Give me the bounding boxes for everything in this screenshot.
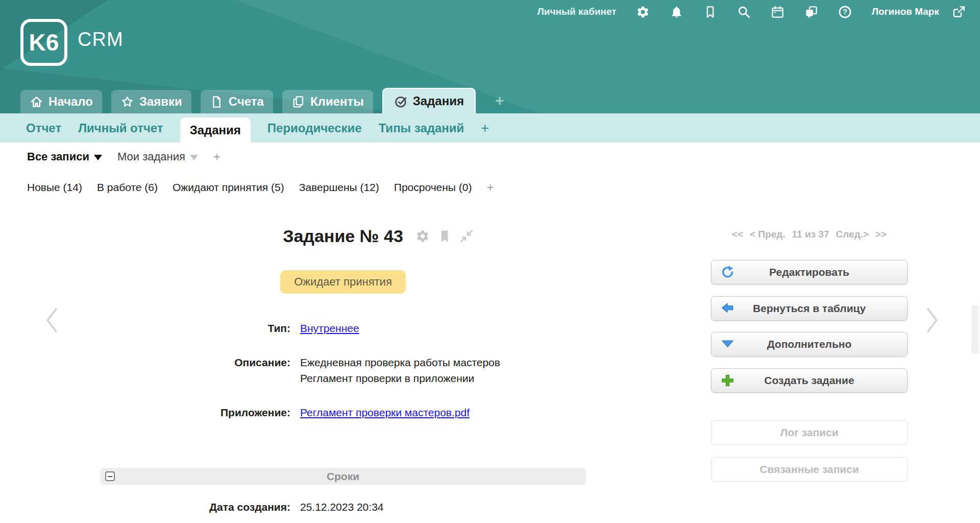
tab-label: Счета [229, 94, 264, 109]
calendar-icon[interactable] [771, 5, 785, 19]
tab-clients[interactable]: Клиенты [282, 90, 373, 113]
page-title: Задание № 43 [100, 226, 586, 246]
more-actions-button[interactable]: Дополнительно [711, 332, 908, 356]
copy-icon [291, 95, 305, 109]
next-record-chevron[interactable] [925, 306, 940, 336]
description-line: Регламент проверки в приложении [300, 370, 500, 386]
tab-tasks[interactable]: Задания [382, 88, 476, 113]
file-icon [210, 95, 224, 109]
add-view-button[interactable]: + [213, 150, 220, 164]
record-sidebar: << < Пред. 11 из 37 След.> >> Редактиров… [711, 229, 908, 500]
status-filter-awaiting[interactable]: Ожидают принятия (5) [173, 181, 284, 194]
status-badge-row: Ожидает принятия [100, 270, 586, 294]
field-label: Дата создания: [100, 499, 290, 515]
export-icon[interactable] [951, 5, 966, 19]
tab-label: Клиенты [310, 94, 364, 109]
section-collapse-button[interactable] [105, 471, 115, 481]
tab-home[interactable]: Начало [20, 90, 102, 113]
user-name[interactable]: Логинов Марк [872, 6, 939, 17]
pagination-next[interactable]: След.> [836, 229, 869, 240]
record-title-row: Задание № 43 [100, 226, 586, 250]
record-log-button[interactable]: Лог записи [711, 420, 908, 445]
view-all-records[interactable]: Все записи [27, 150, 102, 163]
star-icon [120, 95, 134, 109]
attachment-link[interactable]: Регламент проверки мастеров.pdf [300, 405, 480, 420]
back-to-table-button[interactable]: Вернуться в таблицу [711, 296, 908, 321]
status-filter-new[interactable]: Новые (14) [27, 181, 82, 194]
help-icon[interactable]: ? [838, 5, 852, 19]
sub-tab-bar: Отчет Личный отчет Задания Периодические… [0, 113, 980, 142]
bookmark-icon[interactable] [703, 5, 718, 19]
subtab-periodic[interactable]: Периодические [267, 113, 362, 142]
related-records-button[interactable]: Связанные записи [711, 457, 908, 482]
field-created-date: Дата создания: 25.12.2023 20:34 [100, 499, 586, 515]
tab-label: Заявки [139, 94, 182, 109]
field-description: Описание: Ежедневная проверка работы мас… [100, 354, 586, 386]
subtab-task-types[interactable]: Типы заданий [379, 113, 464, 142]
triangle-down-icon [721, 338, 734, 351]
tab-requests[interactable]: Заявки [111, 90, 191, 113]
pagination-counter: 11 из 37 [792, 229, 829, 240]
tab-label: Задания [413, 94, 464, 108]
status-filter-overdue[interactable]: Просрочены (0) [394, 181, 472, 194]
tab-label: Начало [48, 94, 93, 109]
tab-invoices[interactable]: Счета [201, 90, 273, 113]
status-badge: Ожидает принятия [280, 270, 406, 294]
minus-icon [108, 476, 112, 477]
created-date-value: 25.12.2023 20:34 [300, 499, 384, 515]
subtab-personal-report[interactable]: Личный отчет [78, 113, 163, 142]
chat-icon[interactable] [804, 5, 819, 19]
views-row: Все записи Мои задания + [27, 150, 220, 164]
status-filter-row: Новые (14) В работе (6) Ожидают принятия… [27, 180, 494, 195]
add-subtab-button[interactable]: + [481, 114, 489, 142]
pagination-first[interactable]: << [732, 229, 743, 240]
refresh-icon [721, 266, 734, 279]
arrow-left-icon [721, 302, 734, 316]
task-record: Задание № 43 Ожидает принятия Т [100, 226, 586, 520]
prev-record-chevron[interactable] [44, 306, 59, 336]
pagination-prev[interactable]: < Пред. [750, 229, 786, 240]
bell-icon[interactable] [670, 5, 684, 19]
subtab-report[interactable]: Отчет [26, 113, 61, 142]
field-label: Описание: [100, 354, 290, 370]
main-content: Все записи Мои задания + Новые (14) В ра… [0, 142, 980, 523]
record-bookmark-icon[interactable] [437, 229, 452, 243]
scrollbar-thumb[interactable] [972, 305, 979, 353]
section-title: Сроки [100, 468, 586, 485]
create-task-button[interactable]: Создать задание [711, 368, 908, 393]
app-name: CRM [78, 29, 124, 51]
field-label: Приложение: [100, 405, 290, 420]
search-icon[interactable] [737, 5, 751, 19]
account-link[interactable]: Личный кабинет [537, 6, 616, 17]
record-settings-gear-icon[interactable] [415, 229, 430, 243]
field-attachment: Приложение: Регламент проверки мастеров.… [100, 405, 586, 420]
dropdown-arrow-icon [190, 155, 198, 160]
crm-page: K6 CRM Личный кабинет ? [0, 0, 980, 523]
main-tab-bar: Начало Заявки Счета Клиенты Задания + [20, 88, 504, 113]
svg-text:?: ? [843, 8, 847, 16]
home-icon [30, 95, 43, 109]
field-label: Тип: [100, 320, 290, 336]
app-logo[interactable]: K6 [20, 19, 67, 66]
subtab-tasks[interactable]: Задания [180, 117, 251, 142]
dropdown-arrow-icon [94, 155, 102, 160]
type-link[interactable]: Внутреннее [300, 322, 359, 334]
description-line: Ежедневная проверка работы мастеров [300, 354, 500, 370]
app-header: K6 CRM Личный кабинет ? [0, 0, 980, 142]
field-type: Тип: Внутреннее [100, 320, 586, 336]
section-deadlines: Сроки [100, 468, 586, 485]
gear-icon[interactable] [636, 5, 650, 19]
top-bar: Личный кабинет ? Логинов Марк [537, 0, 966, 23]
edit-button[interactable]: Редактировать [711, 260, 908, 284]
collapse-icon[interactable] [459, 229, 474, 243]
plus-icon [721, 374, 734, 388]
record-pagination: << < Пред. 11 из 37 След.> >> [711, 229, 908, 240]
add-tab-button[interactable]: + [495, 89, 504, 112]
view-my-tasks[interactable]: Мои задания [117, 150, 198, 163]
status-filter-in-progress[interactable]: В работе (6) [97, 181, 158, 194]
check-circle-icon [394, 94, 408, 108]
logo-text: K6 [29, 29, 59, 56]
pagination-last[interactable]: >> [875, 229, 887, 240]
add-status-filter-button[interactable]: + [486, 180, 494, 195]
status-filter-completed[interactable]: Завершены (12) [299, 181, 379, 194]
